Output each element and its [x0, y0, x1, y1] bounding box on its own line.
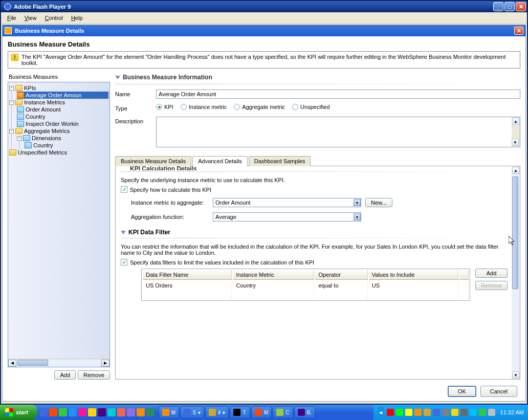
tree-inspect-order[interactable]: Inspect Order Workin — [17, 120, 108, 127]
tab-advanced[interactable]: Advanced Details — [192, 156, 248, 166]
aggregation-function-select[interactable]: Average ▼ — [213, 212, 361, 222]
ql-icon[interactable] — [39, 408, 48, 416]
cell-value[interactable]: US — [369, 281, 458, 290]
filter-table[interactable]: Data Filter Name Instance Metric Operato… — [141, 269, 470, 301]
textarea-scrollbar[interactable]: ▲ ▼ — [512, 117, 520, 147]
tree-dimensions[interactable]: − Dimensions — [17, 135, 108, 142]
tray-icon[interactable] — [488, 409, 495, 416]
tray-icon[interactable] — [414, 409, 422, 416]
table-row[interactable] — [143, 291, 469, 299]
filter-remove-button[interactable]: Remove — [475, 281, 508, 290]
tray-expand[interactable]: ◀ — [378, 407, 384, 418]
tree-aggregate-metrics[interactable]: − Aggregate Metrics — [9, 127, 108, 135]
tree-kpis[interactable]: − KPIs — [9, 84, 108, 92]
task-item[interactable]: B. — [294, 406, 315, 418]
task-item[interactable]: C — [273, 406, 293, 418]
maximize-button[interactable]: □ — [504, 2, 515, 11]
tree-box[interactable]: − KPIs Average Order Amoun — [8, 82, 110, 367]
tree-remove-button[interactable]: Remove — [78, 370, 110, 380]
ql-icon[interactable] — [137, 408, 145, 416]
clock[interactable]: 11:32 AM — [500, 409, 524, 415]
tray-icon[interactable] — [396, 409, 403, 416]
cell-operator[interactable]: equal to — [315, 281, 367, 290]
minimize-button[interactable]: _ — [493, 2, 503, 11]
radio-instance[interactable]: Instance metric — [181, 104, 227, 110]
task-item[interactable]: M — [159, 406, 179, 418]
tray-icon[interactable] — [460, 409, 468, 416]
ql-icon[interactable] — [49, 408, 57, 416]
name-input[interactable] — [156, 90, 520, 99]
tree-hscrollbar[interactable]: ◀ ▶ — [8, 359, 109, 367]
description-textarea[interactable]: ▲ ▼ — [156, 117, 520, 147]
tree-toggle-icon[interactable]: − — [9, 100, 14, 105]
menu-file[interactable]: File — [3, 14, 20, 22]
instance-metric-select[interactable]: Order Amount ▼ — [213, 198, 361, 207]
radio-unspecified[interactable]: Unspecified — [292, 104, 329, 110]
tree-toggle-icon[interactable]: − — [9, 86, 14, 91]
tray-icon[interactable] — [433, 409, 440, 416]
ql-icon[interactable] — [127, 408, 135, 416]
scroll-right-button[interactable]: ▶ — [101, 360, 109, 367]
tray-icon[interactable] — [424, 409, 431, 416]
ql-icon[interactable] — [117, 408, 125, 416]
tree-unspecified-metrics[interactable]: Unspecified Metrics — [9, 149, 108, 156]
ql-icon[interactable] — [107, 408, 116, 416]
tree-order-amount[interactable]: Order Amount — [17, 106, 108, 113]
menu-control[interactable]: Control — [40, 14, 67, 22]
tree-toggle-icon[interactable]: − — [17, 136, 21, 141]
scroll-track[interactable] — [16, 360, 101, 367]
scroll-up-button[interactable]: ▲ — [512, 118, 519, 125]
tab-vscrollbar[interactable]: ▲ ▼ — [512, 166, 520, 379]
tree-dim-country[interactable]: Country — [25, 142, 108, 149]
tree-country[interactable]: Country — [17, 113, 108, 120]
outer-titlebar[interactable]: Adobe Flash Player 9 _ □ ✕ — [1, 1, 527, 12]
task-item[interactable]: M — [251, 406, 272, 418]
specify-filter-checkbox[interactable]: ✓ Specify data filters to limit the valu… — [121, 259, 508, 266]
radio-aggregate[interactable]: Aggregate metric — [234, 104, 285, 110]
specify-calc-checkbox[interactable]: ✓ Specify how to calculate this KPI — [121, 186, 508, 193]
tray-icon[interactable] — [442, 409, 449, 416]
scroll-down-button[interactable]: ▼ — [512, 371, 519, 379]
task-item[interactable]: T. — [230, 406, 250, 418]
menu-view[interactable]: View — [20, 14, 41, 22]
tree-add-button[interactable]: Add — [54, 370, 76, 380]
ql-icon[interactable] — [88, 408, 96, 416]
tree-instance-metrics[interactable]: − Instance Metrics — [9, 99, 108, 106]
col-operator[interactable]: Operator — [315, 270, 367, 280]
table-row[interactable]: US Orders Country equal to US — [143, 281, 469, 290]
tab-details[interactable]: Business Measure Details — [115, 156, 191, 166]
task-item[interactable]: 5 ▾ — [180, 406, 204, 418]
doc-close-button[interactable]: ✕ — [514, 27, 523, 35]
tree-toggle-icon[interactable]: − — [9, 129, 14, 134]
scroll-thumb[interactable] — [17, 360, 48, 366]
doc-titlebar[interactable]: Business Measure Details ✕ — [3, 25, 525, 36]
filter-add-button[interactable]: Add — [475, 269, 508, 278]
ok-button[interactable]: OK — [448, 386, 476, 397]
scroll-up-button[interactable]: ▲ — [512, 167, 519, 174]
task-item[interactable]: 4 ▾ — [205, 406, 229, 418]
tree-avg-order-amount[interactable]: Average Order Amoun — [17, 92, 108, 99]
tray-icon[interactable] — [479, 409, 486, 416]
scroll-down-button[interactable]: ▼ — [512, 139, 519, 146]
ql-icon[interactable] — [59, 408, 67, 416]
ql-icon[interactable] — [98, 408, 106, 416]
info-section-header[interactable]: Business Measure Information — [115, 74, 520, 81]
cell-metric[interactable]: Country — [233, 281, 314, 290]
col-values[interactable]: Values to Include — [369, 270, 458, 280]
start-button[interactable]: start — [0, 405, 37, 420]
ql-icon[interactable] — [78, 408, 86, 416]
tray-icon[interactable] — [451, 409, 458, 416]
tray-icon[interactable] — [387, 409, 394, 416]
ql-icon[interactable] — [146, 408, 155, 416]
col-filter-name[interactable]: Data Filter Name — [143, 270, 232, 280]
ql-icon[interactable] — [69, 408, 77, 416]
cancel-button[interactable]: Cancel — [480, 386, 517, 397]
new-metric-button[interactable]: New... — [365, 198, 392, 207]
menu-help[interactable]: Help — [67, 14, 87, 22]
tray-icon[interactable] — [470, 409, 477, 416]
tray-icon[interactable] — [405, 409, 412, 416]
scroll-track[interactable] — [512, 174, 520, 371]
radio-kpi[interactable]: KPI — [156, 104, 173, 110]
col-instance-metric[interactable]: Instance Metric — [233, 270, 314, 280]
close-button[interactable]: ✕ — [516, 2, 526, 11]
